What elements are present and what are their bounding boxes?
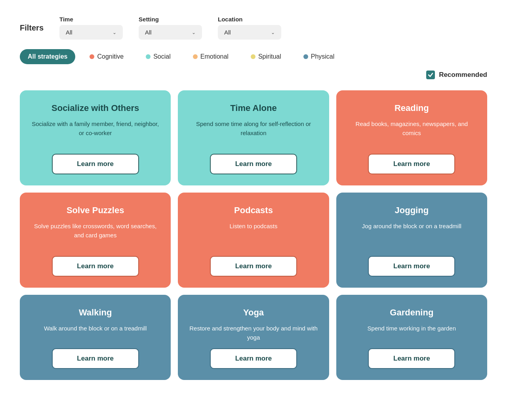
social-dot-icon	[146, 54, 151, 59]
learn-more-button-podcasts[interactable]: Learn more	[210, 256, 297, 277]
card-title-walking: Walking	[79, 307, 112, 318]
location-chevron-icon: ⌄	[271, 30, 275, 35]
setting-filter-select[interactable]: All ⌄	[139, 25, 202, 40]
learn-more-button-socialize[interactable]: Learn more	[52, 154, 139, 174]
category-pill-label-cognitive: Cognitive	[97, 53, 124, 60]
location-filter-select[interactable]: All ⌄	[218, 25, 281, 40]
time-chevron-icon: ⌄	[112, 30, 116, 35]
learn-more-button-walking[interactable]: Learn more	[52, 348, 139, 369]
card-solve-puzzles: Solve PuzzlesSolve puzzles like crosswor…	[20, 193, 171, 288]
category-pill-label-spiritual: Spiritual	[258, 53, 281, 60]
card-desc-yoga: Restore and strengthen your body and min…	[189, 324, 318, 342]
recommended-checkbox[interactable]	[426, 71, 435, 79]
category-pill-spiritual[interactable]: Spiritual	[243, 49, 289, 64]
location-filter-group: Location All ⌄	[218, 16, 281, 40]
time-filter-group: Time All ⌄	[59, 16, 123, 40]
card-yoga: YogaRestore and strengthen your body and…	[178, 295, 329, 380]
card-desc-jogging: Jog around the block or on a treadmill	[362, 222, 461, 231]
learn-more-button-yoga[interactable]: Learn more	[210, 348, 297, 369]
learn-more-button-jogging[interactable]: Learn more	[368, 256, 455, 277]
card-desc-walking: Walk around the block or on a treadmill	[44, 324, 147, 333]
filters-row: Filters Time All ⌄ Setting All ⌄ Locatio…	[20, 16, 487, 40]
spiritual-dot-icon	[251, 54, 255, 59]
learn-more-button-gardening[interactable]: Learn more	[368, 348, 455, 369]
card-desc-podcasts: Listen to podcasts	[230, 222, 278, 231]
category-pill-label-all: All strategies	[28, 53, 67, 60]
card-title-reading: Reading	[395, 103, 429, 113]
category-row: All strategiesCognitiveSocialEmotionalSp…	[20, 49, 487, 64]
card-podcasts: PodcastsListen to podcastsLearn more	[178, 193, 329, 288]
filters-label: Filters	[20, 23, 44, 32]
category-pill-label-social: Social	[153, 53, 171, 60]
card-gardening: GardeningSpend time working in the garde…	[336, 295, 487, 380]
cards-grid: Socialize with OthersSocialize with a fa…	[20, 90, 487, 380]
category-pill-social[interactable]: Social	[138, 49, 179, 64]
card-title-jogging: Jogging	[395, 205, 429, 216]
time-filter-value: All	[66, 29, 72, 36]
card-title-yoga: Yoga	[243, 307, 264, 318]
learn-more-button-solve-puzzles[interactable]: Learn more	[52, 256, 139, 277]
card-title-time-alone: Time Alone	[230, 103, 276, 113]
card-title-gardening: Gardening	[390, 307, 433, 318]
time-filter-label: Time	[59, 16, 123, 23]
physical-dot-icon	[303, 54, 308, 59]
location-filter-value: All	[224, 29, 231, 36]
location-filter-label: Location	[218, 16, 281, 23]
card-socialize: Socialize with OthersSocialize with a fa…	[20, 90, 171, 185]
card-jogging: JoggingJog around the block or on a trea…	[336, 193, 487, 288]
card-title-solve-puzzles: Solve Puzzles	[67, 205, 124, 216]
card-desc-time-alone: Spend some time along for self-reflectio…	[189, 120, 318, 137]
learn-more-button-reading[interactable]: Learn more	[368, 154, 455, 174]
setting-filter-value: All	[145, 29, 152, 36]
setting-filter-group: Setting All ⌄	[139, 16, 202, 40]
card-title-socialize: Socialize with Others	[51, 103, 139, 113]
category-pill-label-physical: Physical	[311, 53, 335, 60]
card-desc-reading: Read books, magazines, newspapers, and c…	[347, 120, 476, 137]
card-desc-gardening: Spend time working in the garden	[368, 324, 456, 333]
time-filter-select[interactable]: All ⌄	[59, 25, 123, 40]
emotional-dot-icon	[193, 54, 198, 59]
setting-filter-label: Setting	[139, 16, 202, 23]
recommended-label: Recommended	[439, 71, 487, 79]
learn-more-button-time-alone[interactable]: Learn more	[210, 154, 297, 174]
card-reading: ReadingRead books, magazines, newspapers…	[336, 90, 487, 185]
category-pill-cognitive[interactable]: Cognitive	[82, 49, 132, 64]
category-pill-all[interactable]: All strategies	[20, 49, 75, 64]
setting-chevron-icon: ⌄	[192, 30, 196, 35]
recommended-row: Recommended	[20, 71, 487, 79]
category-pill-physical[interactable]: Physical	[295, 49, 343, 64]
cognitive-dot-icon	[90, 54, 94, 59]
category-pill-emotional[interactable]: Emotional	[185, 49, 236, 64]
card-title-podcasts: Podcasts	[234, 205, 273, 216]
card-time-alone: Time AloneSpend some time along for self…	[178, 90, 329, 185]
card-desc-solve-puzzles: Solve puzzles like crosswords, word sear…	[31, 222, 160, 240]
card-desc-socialize: Socialize with a family member, friend, …	[31, 120, 160, 137]
category-pill-label-emotional: Emotional	[200, 53, 229, 60]
card-walking: WalkingWalk around the block or on a tre…	[20, 295, 171, 380]
